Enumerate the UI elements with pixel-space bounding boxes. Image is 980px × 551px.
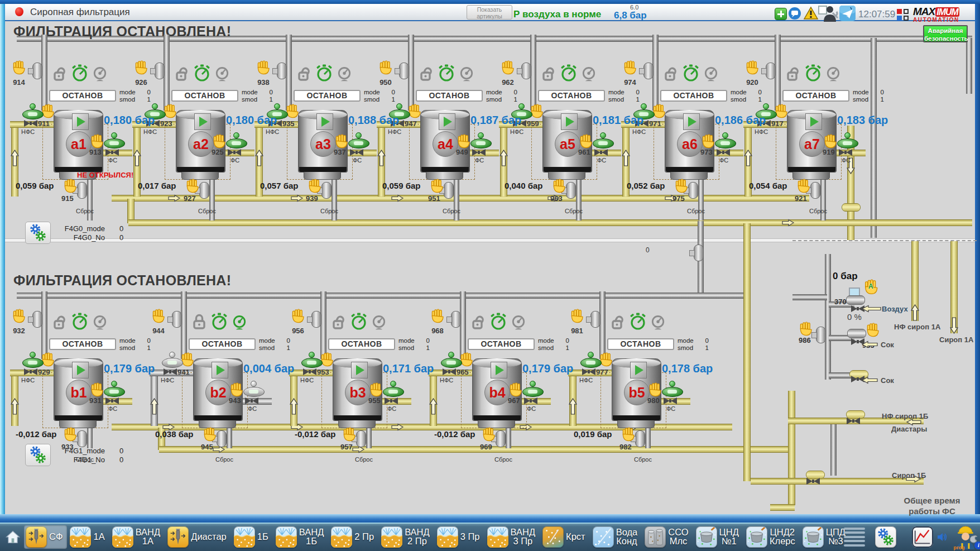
start-button[interactable] [491, 362, 507, 378]
status-display[interactable]: ОСТАНОВ [189, 338, 256, 350]
manual-override-hand-icon[interactable] [319, 351, 336, 368]
manual-override-hand-icon[interactable] [865, 322, 882, 338]
start-button[interactable] [805, 113, 822, 130]
manual-override-hand-icon[interactable] [185, 178, 201, 194]
manual-override-hand-icon[interactable] [11, 59, 28, 76]
alarm-warning-icon[interactable] [804, 6, 818, 21]
fs-valve[interactable] [243, 385, 263, 398]
trends-chart-button[interactable] [912, 526, 933, 548]
inlet-valve[interactable] [32, 311, 42, 328]
start-button[interactable] [683, 113, 700, 130]
manual-override-hand-icon[interactable] [674, 178, 690, 194]
manual-override-hand-icon[interactable] [40, 103, 57, 119]
show-articles-button[interactable]: Показать артикулы [467, 5, 512, 20]
start-button[interactable] [630, 362, 647, 378]
inlet-valve[interactable] [643, 63, 654, 79]
inlet-valve[interactable] [590, 311, 601, 328]
start-button[interactable] [561, 113, 578, 130]
start-button[interactable] [72, 113, 89, 130]
nfs-valve[interactable] [22, 356, 42, 369]
manual-override-hand-icon[interactable] [40, 351, 57, 368]
start-button[interactable] [351, 362, 368, 378]
fs-valve[interactable] [522, 385, 542, 398]
status-display[interactable]: ОСТАНОВ [171, 90, 238, 102]
fs-valve[interactable] [837, 136, 857, 150]
fs-valve[interactable] [383, 385, 403, 398]
inlet-valve[interactable] [766, 63, 776, 79]
manual-override-hand-icon[interactable] [378, 59, 395, 76]
fs-valve[interactable] [593, 136, 613, 150]
taskbar-item-ссо-млс[interactable]: ССО Млс [643, 525, 693, 549]
status-display[interactable]: ОСТАНОВ [49, 90, 116, 102]
manual-override-hand-icon[interactable] [774, 103, 790, 119]
manual-override-hand-icon[interactable] [133, 59, 150, 76]
manual-override-hand-icon[interactable] [651, 103, 668, 119]
manual-override-hand-icon[interactable] [290, 308, 307, 324]
inlet-valve[interactable] [521, 63, 531, 79]
fs-valve[interactable] [104, 385, 124, 398]
engineer-tool-button[interactable]: prog i [952, 525, 980, 549]
manual-override-hand-icon[interactable] [621, 426, 637, 443]
fs-valve[interactable] [662, 385, 682, 398]
home-button[interactable] [4, 529, 21, 545]
start-button[interactable] [212, 362, 228, 378]
operator-icon[interactable] [823, 5, 839, 22]
taskbar-item-вода-конд[interactable]: Вода Конд [591, 525, 642, 549]
valve[interactable] [816, 327, 826, 343]
manual-override-hand-icon[interactable] [63, 426, 79, 443]
group-settings-button-b[interactable] [25, 444, 51, 466]
inlet-valve[interactable] [277, 63, 287, 79]
group-settings-button-a[interactable] [25, 222, 51, 244]
start-button[interactable] [72, 362, 89, 378]
status-display[interactable]: ОСТАНОВ [49, 338, 116, 350]
manual-override-hand-icon[interactable] [622, 59, 639, 76]
chat-icon[interactable] [788, 7, 801, 20]
manual-override-hand-icon[interactable] [551, 178, 568, 194]
taskbar-item-сф[interactable]: СФ [24, 525, 67, 549]
menu-lines-icon[interactable] [844, 528, 865, 547]
inlet-valve[interactable] [155, 63, 165, 79]
telegram-icon[interactable] [839, 6, 856, 21]
taskbar-item-3-пр[interactable]: 3 Пр [435, 525, 484, 549]
manual-override-hand-icon[interactable] [256, 59, 272, 76]
status-display[interactable]: ОСТАНОВ [416, 90, 483, 102]
status-display[interactable]: ОСТАНОВ [660, 90, 727, 102]
taskbar-item-крст[interactable]: Крст [541, 525, 590, 549]
valve-icon[interactable] [846, 416, 861, 425]
manual-override-hand-icon[interactable] [744, 59, 761, 76]
nfs-valve[interactable] [301, 356, 321, 369]
inlet-valve[interactable] [32, 63, 42, 79]
manual-override-hand-icon[interactable] [202, 426, 219, 443]
status-display[interactable]: ОСТАНОВ [328, 338, 395, 350]
valve-icon[interactable] [806, 477, 820, 486]
manual-override-hand-icon[interactable] [285, 103, 301, 119]
taskbar-item-ванд-2-пр[interactable]: ВАНД 2 Пр [379, 525, 434, 549]
taskbar-item-ванд-1а[interactable]: ВАНД 1А [111, 525, 165, 549]
nfs-valve[interactable] [22, 107, 42, 121]
inlet-valve[interactable] [451, 311, 461, 328]
taskbar-item-1а[interactable]: 1А [68, 525, 109, 549]
info-button[interactable]: i [974, 542, 980, 549]
manual-override-hand-icon[interactable] [481, 426, 498, 443]
fs-valve[interactable] [226, 136, 246, 150]
fs-valve[interactable] [104, 136, 124, 150]
taskbar-item-диастар[interactable]: Диастар [166, 525, 231, 549]
status-display[interactable]: ОСТАНОВ [294, 90, 361, 102]
nfs-valve[interactable] [441, 356, 461, 369]
start-button[interactable] [194, 113, 211, 130]
taskbar-item-1б[interactable]: 1Б [232, 525, 273, 549]
manual-override-hand-icon[interactable] [598, 351, 615, 368]
taskbar-item-ванд-1б[interactable]: ВАНД 1Б [274, 525, 329, 549]
speaker-icon[interactable] [936, 531, 948, 543]
manual-override-hand-icon[interactable] [307, 178, 324, 194]
manual-override-hand-icon[interactable] [796, 178, 813, 194]
auto-hand-icon[interactable]: A [863, 278, 881, 296]
taskbar-item-цнд2-клерс[interactable]: ЦНД2 Клерс [744, 525, 800, 549]
status-display[interactable]: ОСТАНОВ [468, 338, 535, 350]
manual-override-hand-icon[interactable] [569, 308, 586, 324]
manual-override-hand-icon[interactable] [151, 308, 167, 324]
nfs-valve[interactable] [162, 356, 182, 369]
settings-gears-button[interactable] [875, 526, 896, 548]
inlet-valve[interactable] [172, 311, 182, 328]
manual-override-hand-icon[interactable] [342, 426, 358, 443]
